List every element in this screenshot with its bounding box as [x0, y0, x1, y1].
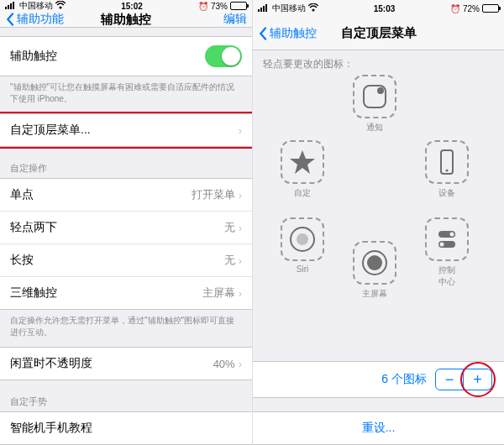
- action-label: 轻点两下: [10, 220, 57, 235]
- icon-count-row: 6 个图标 − +: [253, 361, 504, 398]
- svg-point-14: [297, 233, 308, 245]
- icon-count-label: 6 个图标: [381, 372, 427, 387]
- icon-custom[interactable]: 自定: [273, 140, 332, 199]
- customize-top-menu-label: 自定顶层菜单...: [10, 123, 91, 138]
- signal-icon: [258, 3, 270, 13]
- icon-label: 自定: [294, 187, 311, 199]
- back-button[interactable]: 辅助触控: [258, 26, 317, 41]
- clock-label: 15:02: [121, 2, 143, 11]
- clock-label: 15:03: [374, 4, 396, 13]
- carrier-label: 中国移动: [272, 3, 306, 14]
- icon-label: 主屏幕: [362, 288, 387, 300]
- battery-pct: 72%: [463, 4, 480, 13]
- carrier-label: 中国移动: [19, 0, 53, 12]
- wifi-icon: [308, 3, 318, 13]
- alarm-icon: ⏰: [198, 2, 208, 11]
- reset-button[interactable]: 重设...: [253, 411, 504, 445]
- icon-home[interactable]: 主屏幕: [345, 241, 404, 300]
- svg-point-12: [446, 170, 449, 172]
- chevron-right-icon: ›: [239, 358, 242, 370]
- icon-notification[interactable]: 通知: [345, 75, 404, 134]
- toggle-label: 辅助触控: [10, 49, 57, 64]
- back-label: 辅助功能: [17, 12, 64, 27]
- nav-bar: 辅助功能 辅助触控 编辑: [0, 12, 252, 28]
- svg-rect-6: [263, 6, 265, 12]
- idle-opacity-label: 闲置时不透明度: [10, 356, 92, 371]
- icon-label: Siri: [297, 264, 308, 274]
- icon-label: 设备: [438, 187, 455, 199]
- action-long-press[interactable]: 长按 无›: [0, 244, 252, 277]
- alarm-icon: ⏰: [450, 4, 460, 13]
- svg-rect-3: [13, 2, 14, 9]
- signal-icon: [5, 1, 17, 11]
- custom-gestures-header: 自定手势: [0, 392, 252, 411]
- action-double-tap[interactable]: 轻点两下 无›: [0, 212, 252, 244]
- icon-grid: 通知 自定 设备 Siri 主屏幕 控制 中心: [253, 75, 504, 361]
- status-bar: 中国移动 15:03 ⏰ 72%: [253, 0, 504, 17]
- chevron-right-icon: ›: [239, 222, 242, 234]
- actions-footer-text: 自定操作允许您无需打开菜单，通过"辅助触控"图标即可直接进行互动。: [0, 310, 252, 347]
- idle-opacity-value: 40%: [213, 358, 235, 370]
- svg-point-9: [377, 87, 384, 94]
- icon-siri[interactable]: Siri: [273, 217, 332, 274]
- action-label: 单点: [10, 187, 34, 202]
- wifi-icon: [55, 1, 66, 11]
- action-3d-touch[interactable]: 三维触控 主屏幕›: [0, 277, 252, 310]
- chevron-right-icon: ›: [239, 254, 242, 267]
- nav-title: 自定顶层菜单: [341, 25, 417, 41]
- customize-top-menu-row[interactable]: 自定顶层菜单... ›: [0, 113, 252, 147]
- battery-icon: [230, 2, 247, 10]
- tutorial-label: 智能机手机教程: [10, 421, 92, 436]
- nav-title: 辅助触控: [101, 12, 151, 28]
- action-value: 无: [224, 220, 235, 235]
- minus-button[interactable]: −: [435, 369, 464, 390]
- icon-label: 通知: [366, 122, 383, 134]
- svg-point-16: [367, 255, 382, 270]
- assistive-touch-toggle-row[interactable]: 辅助触控: [0, 36, 252, 76]
- action-label: 长按: [10, 253, 34, 268]
- action-value: 无: [224, 253, 235, 268]
- svg-rect-1: [8, 5, 9, 9]
- action-label: 三维触控: [10, 285, 57, 301]
- svg-rect-5: [260, 8, 262, 12]
- idle-opacity-row[interactable]: 闲置时不透明度 40%›: [0, 347, 252, 380]
- action-single-tap[interactable]: 单点 打开菜单›: [0, 178, 252, 212]
- svg-rect-4: [258, 9, 260, 12]
- custom-actions-group: 单点 打开菜单› 轻点两下 无› 长按 无› 三维触控 主屏幕›: [0, 178, 252, 310]
- toggle-footer-text: "辅助触控"可让您在触摸屏幕有困难或需要自适应配件的情况下使用 iPhone。: [0, 76, 252, 113]
- icon-control-center[interactable]: 控制 中心: [417, 217, 476, 288]
- status-bar: 中国移动 15:02 ⏰ 73%: [0, 0, 252, 12]
- plus-button[interactable]: +: [464, 369, 492, 390]
- svg-point-18: [450, 233, 454, 237]
- battery-pct: 73%: [211, 2, 228, 11]
- icon-count-stepper: − +: [435, 369, 492, 390]
- tutorial-row[interactable]: 智能机手机教程: [0, 411, 252, 445]
- svg-rect-0: [5, 7, 7, 9]
- svg-rect-7: [265, 4, 267, 12]
- back-label: 辅助触控: [270, 26, 317, 41]
- svg-point-20: [440, 243, 444, 247]
- action-value: 打开菜单: [192, 187, 235, 202]
- action-value: 主屏幕: [202, 285, 235, 301]
- chevron-right-icon: ›: [239, 189, 242, 202]
- screen-assistive-touch-settings: 中国移动 15:02 ⏰ 73% 辅助功能 辅助触控 编辑 辅助触控: [0, 0, 252, 445]
- icon-label: 控制 中心: [438, 264, 455, 288]
- hint-label: 轻点要更改的图标：: [253, 50, 504, 75]
- chevron-right-icon: ›: [239, 287, 242, 300]
- back-button[interactable]: 辅助功能: [5, 12, 64, 27]
- icon-device[interactable]: 设备: [417, 140, 476, 199]
- custom-actions-header: 自定操作: [0, 159, 252, 178]
- svg-rect-2: [10, 3, 12, 9]
- battery-icon: [482, 4, 499, 13]
- svg-marker-10: [290, 150, 315, 174]
- screen-customize-top-menu: 中国移动 15:03 ⏰ 72% 辅助触控 自定顶层菜单 轻点要更改的图标：: [252, 0, 504, 445]
- nav-bar: 辅助触控 自定顶层菜单: [253, 17, 504, 50]
- chevron-right-icon: ›: [239, 124, 242, 137]
- edit-button[interactable]: 编辑: [223, 12, 247, 27]
- toggle-switch-on[interactable]: [205, 45, 242, 67]
